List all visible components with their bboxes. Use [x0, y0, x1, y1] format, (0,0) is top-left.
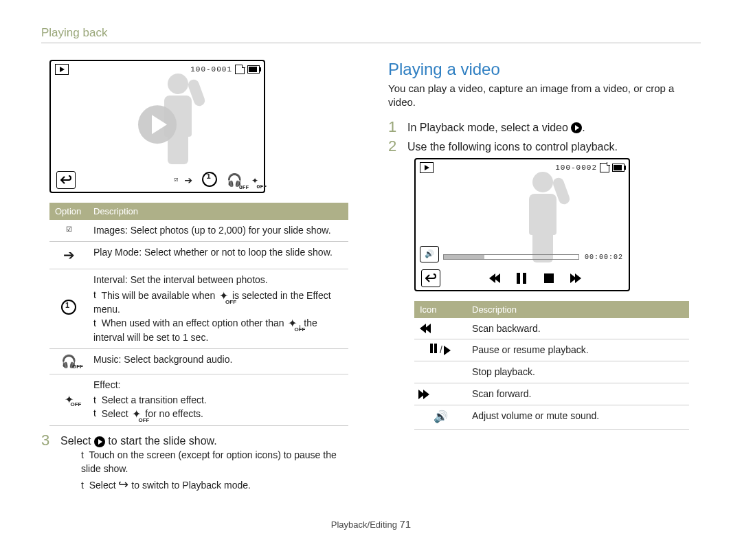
battery-icon: [612, 164, 625, 172]
manual-page: Playing back 100-0001: [0, 0, 742, 530]
clock-icon: [61, 300, 76, 315]
row-images: Images: Select photos (up to 2,000) for …: [49, 220, 348, 241]
left-column: 100-0001 ➔ 🎧OFF: [41, 60, 354, 497]
file-number: 100-0001: [190, 65, 232, 74]
row-rewind: Scan backward.: [414, 318, 689, 339]
pause-play-icon: /: [430, 344, 451, 357]
playmode-option-icon: ➔: [184, 172, 192, 189]
row-forward: Scan forward.: [414, 383, 689, 405]
video-screenshot: 100-0002 🔊 00:00:02: [414, 158, 630, 291]
music-option-icon: 🎧OFF: [227, 172, 242, 188]
effect-option-icon: ✦OFF: [251, 173, 258, 187]
rewind-icon: [484, 269, 504, 287]
row-pause: / Pause or resume playback.: [414, 339, 689, 361]
return-icon: ↩: [118, 476, 128, 493]
interval-option-icon: [202, 172, 217, 189]
battery-icon: [247, 65, 260, 74]
file-number: 100-0002: [555, 164, 597, 172]
effect-off-icon: ✦OFF: [132, 407, 141, 422]
slideshow-screenshot: 100-0001 ➔ 🎧OFF: [49, 60, 265, 193]
memory-card-icon: [600, 163, 609, 172]
col-icon-header: Icon: [414, 301, 466, 318]
fast-forward-icon: [420, 390, 461, 399]
right-column: Playing a video You can play a video, ca…: [388, 60, 701, 497]
row-volume: 🔊 Adjust volume or mute sound.: [414, 405, 689, 430]
back-icon: [421, 269, 440, 287]
section-lead: You can play a video, capture an image f…: [388, 82, 701, 110]
headphones-icon: 🎧OFF: [61, 355, 76, 368]
volume-icon: 🔊: [420, 246, 439, 262]
step-3: 3 Select to start the slide show. Touch …: [41, 433, 354, 493]
fast-forward-icon: [566, 269, 587, 287]
elapsed-time: 00:00:02: [585, 254, 623, 261]
row-music: 🎧OFF Music: Select background audio.: [49, 348, 348, 374]
play-overlay-icon: [138, 105, 177, 144]
play-circle-icon: [94, 436, 105, 447]
breadcrumb: Playing back: [41, 26, 701, 43]
playback-mode-icon: [420, 162, 434, 173]
play-circle-icon: [571, 122, 582, 133]
back-icon: [56, 171, 76, 189]
row-interval: Interval: Set the interval between photo…: [49, 269, 348, 348]
speaker-icon: 🔊: [434, 410, 448, 423]
page-footer: Playback/Editing 71: [41, 518, 701, 530]
arrow-right-icon: ➔: [63, 247, 75, 262]
memory-card-icon: [235, 65, 245, 74]
video-controls-table: Icon Description Scan backward. / Pause …: [414, 301, 689, 431]
stop-icon: [539, 269, 559, 287]
row-stop: Stop playback.: [414, 361, 689, 383]
step-1: 1 In Playback mode, select a video .: [388, 120, 701, 135]
effect-off-icon: ✦OFF: [288, 316, 297, 331]
progress-bar: [443, 254, 579, 260]
col-description-header: Description: [88, 203, 348, 220]
effect-off-icon: ✦OFF: [219, 289, 228, 304]
playback-mode-icon: [55, 64, 69, 75]
star-icon: ✦OFF: [65, 394, 74, 405]
rewind-icon: [420, 324, 461, 333]
row-effect: ✦OFF Effect: Select a transition effect.…: [49, 374, 348, 426]
row-playmode: ➔ Play Mode: Select whether or not to lo…: [49, 241, 348, 269]
pause-icon: [511, 269, 532, 287]
col-option-header: Option: [49, 203, 88, 220]
sample-image-silhouette: [512, 172, 574, 262]
slideshow-options-table: Option Description Images: Select photos…: [49, 203, 348, 426]
col-description-header: Description: [466, 301, 689, 318]
section-heading: Playing a video: [388, 60, 701, 79]
step-2: 2 Use the following icons to control pla…: [388, 139, 701, 154]
two-column-layout: 100-0001 ➔ 🎧OFF: [41, 60, 701, 497]
